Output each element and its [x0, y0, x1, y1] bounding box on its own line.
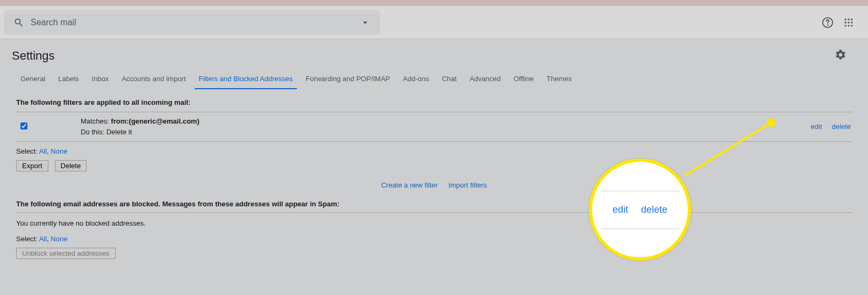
callout-edit-text: edit [613, 204, 628, 215]
annotation-line [0, 0, 868, 295]
annotation-callout: edit delete [589, 159, 691, 261]
callout-delete-text: delete [641, 204, 667, 215]
annotation-dot [767, 118, 775, 127]
svg-line-11 [685, 123, 771, 176]
